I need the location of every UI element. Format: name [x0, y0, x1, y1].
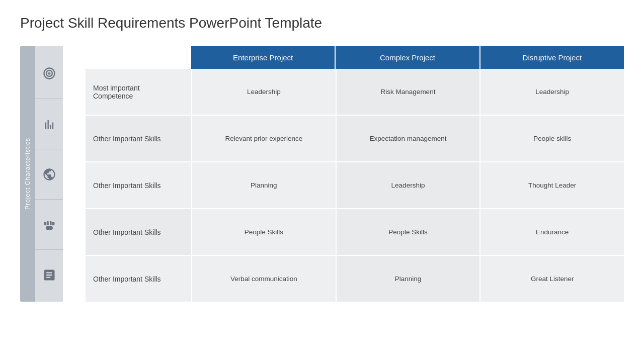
page: Project Skill Requirements PowerPoint Te…: [0, 0, 644, 362]
cell-enterprise-2: Planning: [192, 162, 336, 209]
row-labels-col: Most important Competence Other Importan…: [86, 69, 191, 302]
header-enterprise: Enterprise Project: [191, 46, 336, 69]
row-label-3: Other Important Skills: [86, 209, 191, 256]
cell-disruptive-2: Thought Leader: [480, 162, 624, 209]
cell-complex-2: Leadership: [337, 162, 480, 209]
cell-enterprise-3: People Skills: [192, 209, 336, 256]
row-label-4: Other Important Skills: [86, 256, 191, 302]
cell-enterprise-0: Leadership: [192, 69, 336, 116]
cell-complex-0: Risk Management: [337, 69, 480, 116]
header-complex: Complex Project: [336, 46, 480, 69]
bar-chart-icon: [42, 117, 56, 131]
data-cols: Leadership Relevant prior experience Pla…: [191, 69, 624, 302]
icon-cell-4: [35, 199, 63, 249]
page-title: Project Skill Requirements PowerPoint Te…: [20, 15, 624, 31]
cell-enterprise-4: Verbal communication: [192, 256, 336, 302]
body-table: Most important Competence Other Importan…: [86, 69, 624, 302]
cell-disruptive-3: Endurance: [480, 209, 624, 256]
cell-disruptive-4: Great Listener: [480, 256, 624, 302]
row-label-0: Most important Competence: [86, 69, 191, 116]
data-col-complex: Risk Management Expectation management L…: [336, 69, 480, 302]
cell-complex-4: Planning: [337, 256, 480, 302]
row-label-1: Other Important Skills: [86, 116, 191, 162]
icon-cell-5: [35, 249, 63, 300]
binoculars-icon: [42, 218, 56, 232]
icon-cell-1: [35, 48, 63, 99]
header-spacer: [86, 46, 191, 69]
data-col-disruptive: Leadership People skills Thought Leader …: [479, 69, 624, 302]
camera-icon: [42, 66, 56, 80]
globe-icon: [42, 167, 56, 182]
vertical-label-box: Project Characteristics: [20, 46, 35, 302]
icon-column: [35, 46, 63, 302]
sidebar: Project Characteristics: [20, 46, 86, 302]
row-label-2: Other Important Skills: [86, 162, 191, 209]
cell-disruptive-1: People skills: [480, 116, 624, 162]
cell-complex-1: Expectation management: [337, 116, 480, 162]
icon-cell-3: [35, 149, 63, 199]
header-disruptive: Disruptive Project: [480, 46, 624, 69]
newspaper-icon: [42, 268, 56, 282]
icon-cell-2: [35, 99, 63, 149]
cell-complex-3: People Skills: [337, 209, 480, 256]
cell-disruptive-0: Leadership: [480, 69, 624, 116]
table-area: Enterprise Project Complex Project Disru…: [86, 46, 624, 302]
header-row: Enterprise Project Complex Project Disru…: [86, 46, 624, 69]
sidebar-label: Project Characteristics: [24, 138, 31, 210]
data-col-enterprise: Leadership Relevant prior experience Pla…: [191, 69, 336, 302]
main-content: Project Characteristics: [20, 46, 624, 302]
cell-enterprise-1: Relevant prior experience: [192, 116, 336, 162]
